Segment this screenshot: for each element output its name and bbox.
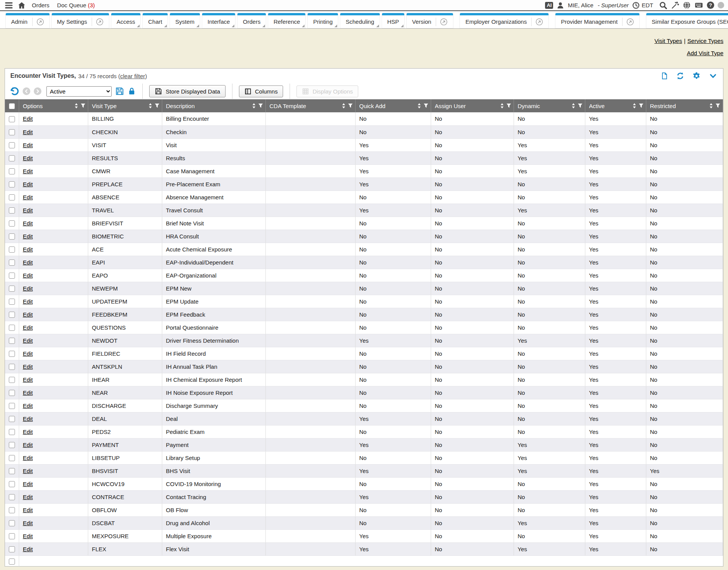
- edit-link[interactable]: Edit: [23, 546, 33, 552]
- edit-link[interactable]: Edit: [23, 429, 33, 435]
- gear-icon[interactable]: [692, 72, 701, 80]
- external-link-icon[interactable]: [626, 18, 634, 26]
- row-checkbox[interactable]: [9, 194, 15, 200]
- edit-link[interactable]: Edit: [23, 285, 33, 292]
- sort-icon[interactable]: [148, 103, 152, 109]
- ai-badge[interactable]: AI: [545, 2, 553, 9]
- edit-link[interactable]: Edit: [23, 468, 33, 474]
- edit-link[interactable]: Edit: [23, 416, 33, 422]
- edit-link[interactable]: Edit: [23, 272, 33, 279]
- globe-icon[interactable]: [683, 1, 691, 9]
- row-checkbox[interactable]: [9, 455, 15, 461]
- tab-scheduling[interactable]: Scheduling: [340, 13, 380, 28]
- edit-link[interactable]: Edit: [23, 168, 33, 174]
- row-checkbox[interactable]: [9, 377, 15, 383]
- row-checkbox[interactable]: [9, 299, 15, 305]
- filter-select[interactable]: Active: [46, 86, 112, 97]
- row-checkbox[interactable]: [9, 494, 15, 500]
- row-checkbox[interactable]: [9, 403, 15, 409]
- magic-wand-icon[interactable]: [671, 1, 679, 10]
- visit-types-link[interactable]: Visit Types: [654, 38, 682, 44]
- edit-link[interactable]: Edit: [23, 181, 33, 187]
- external-link-icon[interactable]: [440, 18, 448, 26]
- search-icon[interactable]: [659, 1, 667, 10]
- external-link-icon[interactable]: [36, 18, 44, 26]
- edit-link[interactable]: Edit: [23, 298, 33, 305]
- edit-link[interactable]: Edit: [23, 259, 33, 266]
- row-checkbox[interactable]: [9, 338, 15, 344]
- column-header-quick-add[interactable]: Quick Add: [355, 99, 431, 112]
- column-header-dynamic[interactable]: Dynamic: [514, 99, 585, 112]
- service-types-link[interactable]: Service Types: [687, 38, 723, 44]
- filter-funnel-icon[interactable]: [155, 103, 160, 108]
- tab-admin[interactable]: Admin: [5, 13, 50, 28]
- row-checkbox[interactable]: [9, 325, 15, 331]
- tab-interface[interactable]: Interface: [202, 13, 236, 28]
- row-checkbox[interactable]: [9, 351, 15, 357]
- sort-icon[interactable]: [342, 103, 346, 109]
- filter-funnel-icon[interactable]: [715, 103, 720, 108]
- row-checkbox[interactable]: [9, 207, 15, 214]
- edit-link[interactable]: Edit: [23, 233, 33, 240]
- tab-similar-exposure-groups-segs[interactable]: Similar Exposure Groups (SEGs): [646, 13, 728, 28]
- add-visit-type-link[interactable]: Add Visit Type: [687, 50, 723, 56]
- column-header-cda-template[interactable]: CDA Template: [265, 99, 355, 112]
- edit-link[interactable]: Edit: [23, 533, 33, 539]
- help-icon[interactable]: ?: [707, 2, 714, 9]
- edit-link[interactable]: Edit: [23, 324, 33, 331]
- edit-link[interactable]: Edit: [23, 442, 33, 448]
- edit-link[interactable]: Edit: [23, 455, 33, 461]
- tab-access[interactable]: Access: [111, 13, 141, 28]
- row-checkbox[interactable]: [9, 442, 15, 448]
- edit-link[interactable]: Edit: [23, 155, 33, 161]
- sort-icon[interactable]: [500, 103, 504, 109]
- new-document-icon[interactable]: [661, 72, 668, 80]
- tab-provider-management[interactable]: Provider Management: [555, 13, 640, 28]
- filter-funnel-icon[interactable]: [348, 103, 353, 108]
- filter-funnel-icon[interactable]: [423, 103, 428, 108]
- row-checkbox[interactable]: [9, 233, 15, 240]
- edit-link[interactable]: Edit: [23, 389, 33, 396]
- tab-version[interactable]: Version: [406, 13, 453, 28]
- row-checkbox[interactable]: [9, 220, 15, 227]
- home-icon[interactable]: [17, 1, 26, 10]
- edit-link[interactable]: Edit: [23, 246, 33, 253]
- edit-link[interactable]: Edit: [23, 376, 33, 383]
- store-displayed-data-button[interactable]: Store Displayed Data: [149, 85, 226, 97]
- filter-funnel-icon[interactable]: [639, 103, 644, 108]
- row-checkbox[interactable]: [9, 416, 15, 422]
- tab-my-settings[interactable]: My Settings: [51, 13, 109, 28]
- edit-link[interactable]: Edit: [23, 363, 33, 370]
- select-all-checkbox[interactable]: [9, 103, 15, 109]
- edit-link[interactable]: Edit: [23, 194, 33, 200]
- external-link-icon[interactable]: [96, 18, 104, 26]
- row-checkbox[interactable]: [9, 246, 15, 253]
- sort-icon[interactable]: [252, 103, 256, 109]
- row-checkbox[interactable]: [9, 468, 15, 474]
- chevron-down-icon[interactable]: [708, 72, 718, 80]
- row-checkbox[interactable]: [9, 155, 15, 161]
- tab-system[interactable]: System: [170, 13, 200, 28]
- edit-link[interactable]: Edit: [23, 142, 33, 148]
- row-checkbox[interactable]: [9, 260, 15, 266]
- edit-link[interactable]: Edit: [23, 481, 33, 487]
- row-checkbox[interactable]: [9, 546, 15, 552]
- edit-link[interactable]: Edit: [23, 337, 33, 344]
- edit-link[interactable]: Edit: [23, 207, 33, 214]
- tab-chart[interactable]: Chart: [142, 13, 168, 28]
- filter-funnel-icon[interactable]: [258, 103, 263, 108]
- tab-orders[interactable]: Orders: [237, 13, 266, 28]
- sort-icon[interactable]: [417, 103, 421, 109]
- row-checkbox[interactable]: [9, 507, 15, 513]
- row-checkbox[interactable]: [9, 142, 15, 148]
- edit-link[interactable]: Edit: [23, 311, 33, 318]
- refresh-icon[interactable]: [676, 72, 685, 80]
- row-checkbox[interactable]: [9, 390, 15, 396]
- edit-link[interactable]: Edit: [23, 402, 33, 409]
- hamburger-menu-icon[interactable]: [4, 1, 14, 10]
- row-checkbox[interactable]: [9, 520, 15, 526]
- row-checkbox[interactable]: [9, 181, 15, 187]
- column-header-visit-type[interactable]: Visit Type: [88, 99, 162, 112]
- tab-employer-organizations[interactable]: Employer Organizations: [460, 13, 549, 28]
- row-checkbox[interactable]: [9, 481, 15, 487]
